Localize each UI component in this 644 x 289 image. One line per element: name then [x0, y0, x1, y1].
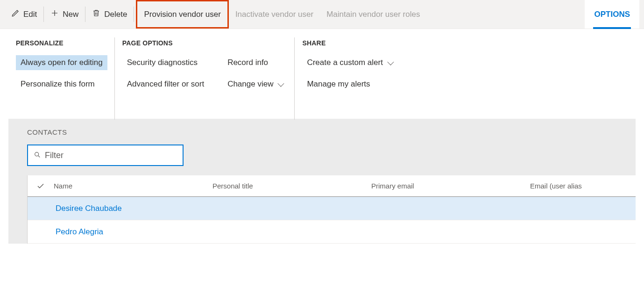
- new-button[interactable]: New: [44, 0, 85, 29]
- filter-box[interactable]: [27, 144, 184, 166]
- change-view[interactable]: Change view: [223, 77, 287, 92]
- col-personal-title[interactable]: Personal title: [212, 182, 371, 190]
- options-col-personalize: PERSONALIZE Always open for editing Pers…: [8, 39, 115, 92]
- delete-button[interactable]: Delete: [85, 0, 134, 29]
- delete-label: Delete: [104, 10, 127, 19]
- chevron-down-icon: [278, 80, 284, 87]
- contact-name-link[interactable]: Desiree Chaubade: [56, 204, 122, 213]
- record-info[interactable]: Record info: [223, 55, 287, 70]
- advanced-filter-or-sort[interactable]: Advanced filter or sort: [122, 77, 209, 92]
- heading-share: SHARE: [302, 39, 397, 47]
- tab-options[interactable]: OPTIONS: [585, 0, 639, 29]
- provision-label: Provision vendor user: [144, 10, 220, 19]
- inactivate-vendor-user-button[interactable]: Inactivate vendor user: [229, 0, 320, 29]
- manage-my-alerts[interactable]: Manage my alerts: [302, 77, 397, 92]
- pencil-icon: [11, 9, 20, 20]
- maintain-label: Maintain vendor user roles: [326, 10, 420, 19]
- select-all-column[interactable]: [28, 182, 54, 190]
- col-name[interactable]: Name: [54, 182, 212, 190]
- trash-icon: [92, 9, 100, 20]
- search-icon: [34, 151, 41, 160]
- grid-header: Name Personal title Primary email Email …: [28, 175, 636, 197]
- options-col-page-options: PAGE OPTIONS Security diagnostics Advanc…: [115, 39, 295, 92]
- filter-input[interactable]: [45, 151, 177, 160]
- heading-page-options: PAGE OPTIONS: [122, 39, 288, 47]
- svg-point-0: [35, 152, 39, 156]
- chevron-down-icon: [387, 59, 394, 65]
- maintain-vendor-user-roles-button[interactable]: Maintain vendor user roles: [320, 0, 426, 29]
- security-diagnostics[interactable]: Security diagnostics: [122, 55, 209, 70]
- table-row[interactable]: Desiree Chaubade: [28, 197, 636, 220]
- inactivate-label: Inactivate vendor user: [235, 10, 313, 19]
- personalize-this-form[interactable]: Personalize this form: [16, 77, 107, 92]
- provision-vendor-user-button[interactable]: Provision vendor user: [136, 0, 228, 29]
- options-col-share: SHARE Create a custom alert Manage my al…: [295, 39, 404, 92]
- contacts-grid: Name Personal title Primary email Email …: [27, 175, 636, 244]
- action-toolbar: Edit New Delete Provision vendor user In…: [0, 0, 644, 29]
- options-tab-label: OPTIONS: [594, 10, 630, 19]
- contacts-title: CONTACTS: [27, 128, 636, 136]
- heading-personalize: PERSONALIZE: [16, 39, 107, 47]
- always-open-for-editing[interactable]: Always open for editing: [16, 55, 107, 70]
- contacts-section: CONTACTS Name Personal title Primary ema…: [8, 119, 636, 244]
- edit-button[interactable]: Edit: [5, 0, 43, 29]
- contact-name-link[interactable]: Pedro Alegria: [56, 227, 103, 236]
- col-primary-email[interactable]: Primary email: [371, 182, 530, 190]
- new-label: New: [63, 10, 78, 19]
- create-custom-alert[interactable]: Create a custom alert: [302, 55, 397, 70]
- separator: [134, 7, 134, 22]
- col-email-alias[interactable]: Email (user alias: [530, 182, 636, 190]
- table-row[interactable]: Pedro Alegria: [28, 220, 636, 244]
- options-pane: PERSONALIZE Always open for editing Pers…: [0, 29, 644, 106]
- plus-icon: [50, 9, 59, 20]
- edit-label: Edit: [23, 10, 37, 19]
